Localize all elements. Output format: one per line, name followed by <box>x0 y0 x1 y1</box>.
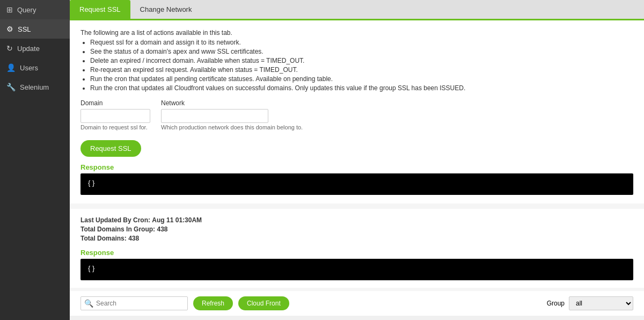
form-row: Domain Domain to request ssl for. Networ… <box>80 99 633 130</box>
sidebar-item-label: Selenium <box>20 83 49 91</box>
tab-change-network[interactable]: Change Network <box>130 0 202 19</box>
sidebar-item-selenium[interactable]: 🔧 Selenium <box>0 77 70 97</box>
domain-hint: Domain to request ssl for. <box>80 124 150 130</box>
sidebar-item-label: Users <box>20 64 38 72</box>
desc-item-3: Delete an expired / incorrect domain. Av… <box>90 57 633 64</box>
main-content: Request SSL Change Network The following… <box>70 0 644 320</box>
response2-box: { } <box>80 259 633 280</box>
response2-label: Response <box>80 249 633 257</box>
ssl-content: The following are a list of actions avai… <box>70 19 644 203</box>
network-hint: Which production network does this domai… <box>161 124 303 130</box>
group-select[interactable]: all <box>569 296 633 310</box>
network-input[interactable]: tadvantage.ca-Webserver <box>161 109 268 123</box>
col-www-ssl-header: wwwSSL Name <box>352 316 416 320</box>
sidebar-item-update[interactable]: ↻ Update <box>0 39 70 58</box>
sidebar-item-query[interactable]: ⊞ Query <box>0 0 70 19</box>
network-group: Network tadvantage.ca-Webserver Which pr… <box>161 99 303 130</box>
request-ssl-button[interactable]: Request SSL <box>80 140 141 157</box>
cron-value: Aug 11 01:30AM <box>152 216 202 224</box>
search-input[interactable] <box>80 296 188 310</box>
search-wrap: 🔍 <box>80 296 188 310</box>
sidebar-item-label: SSL <box>18 25 31 33</box>
col-apex-ssl-header: apexSSL Name <box>182 316 247 320</box>
search-icon: 🔍 <box>84 299 93 308</box>
sidebar-item-label: Update <box>17 45 40 53</box>
desc-item-5: Run the cron that updates all pending ce… <box>90 75 633 83</box>
total-meta: Total Domains: 438 <box>80 235 633 242</box>
search-bar: 🔍 Refresh Cloud Front Group all <box>70 291 644 316</box>
response1-box: { } <box>80 173 633 195</box>
domain-label: Domain <box>80 99 150 107</box>
sidebar-item-ssl[interactable]: ⚙ SSL <box>0 19 70 39</box>
table-header-row: ⇅ Domain Group apexSSL Name apexSSL Valu… <box>70 316 644 320</box>
network-label: Network <box>161 99 303 107</box>
section2: Last Updated By Cron: Aug 11 01:30AM Tot… <box>70 209 644 288</box>
domain-input[interactable] <box>80 109 150 123</box>
total-group-label: Total Domains In Group: <box>80 226 155 233</box>
group-filter: Group all <box>547 296 633 310</box>
update-icon: ↻ <box>6 44 13 53</box>
col-group-header: Group <box>118 316 182 320</box>
tab-request-ssl[interactable]: Request SSL <box>70 0 130 19</box>
col-www-status-header: www Status <box>481 316 521 320</box>
description-list: Request ssl for a domain and assign it t… <box>90 39 633 92</box>
table-wrap: ⇅ Domain Group apexSSL Name apexSSL Valu… <box>70 316 644 320</box>
total-label: Total Domains: <box>80 235 127 242</box>
cron-meta: Last Updated By Cron: Aug 11 01:30AM <box>80 216 633 224</box>
desc-item-1: Request ssl for a domain and assign it t… <box>90 39 633 46</box>
ssl-icon: ⚙ <box>6 25 13 33</box>
response1-label: Response <box>80 163 633 171</box>
description-block: The following are a list of actions avai… <box>80 29 633 92</box>
desc-item-4: Re-request an expired ssl request. Avail… <box>90 66 633 74</box>
users-icon: 👤 <box>6 63 16 72</box>
col-apex-status-header: Apex Status <box>312 316 353 320</box>
cron-label: Last Updated By Cron: <box>80 216 150 224</box>
sidebar: ⊞ Query ⚙ SSL ↻ Update 👤 Users 🔧 Seleniu… <box>0 0 70 320</box>
query-icon: ⊞ <box>6 5 13 14</box>
total-value: 438 <box>128 235 139 242</box>
desc-item-2: See the status of a domain's apex and ww… <box>90 48 633 55</box>
sidebar-item-users[interactable]: 👤 Users <box>0 58 70 77</box>
col-domain-header[interactable]: ⇅ Domain <box>70 316 118 320</box>
sidebar-item-label: Query <box>17 6 36 14</box>
total-group-meta: Total Domains In Group: 438 <box>80 226 633 233</box>
description-intro: The following are a list of actions avai… <box>80 29 633 37</box>
desc-item-6: Run the cron that updates all Cloudfront… <box>90 84 633 92</box>
total-group-value: 438 <box>157 226 167 233</box>
group-label: Group <box>547 300 565 307</box>
tab-bar: Request SSL Change Network <box>70 0 644 19</box>
refresh-button[interactable]: Refresh <box>193 296 233 310</box>
selenium-icon: 🔧 <box>6 83 16 91</box>
col-cloudfront-header: Cloud Front <box>521 316 596 320</box>
domain-group: Domain Domain to request ssl for. <box>80 99 150 130</box>
cloudfront-button[interactable]: Cloud Front <box>238 296 289 310</box>
ssl-table: ⇅ Domain Group apexSSL Name apexSSL Valu… <box>70 316 644 320</box>
col-request-header: Request Again <box>596 316 644 320</box>
col-apex-val-header: apexSSL Value <box>247 316 311 320</box>
col-www-val-header: wwwSSL Value <box>416 316 481 320</box>
